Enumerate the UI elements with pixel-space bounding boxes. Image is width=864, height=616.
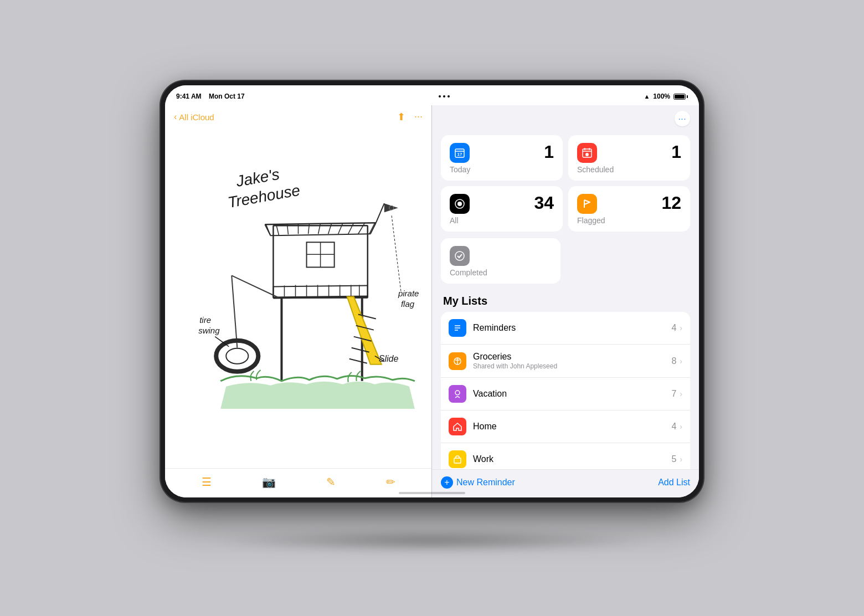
my-lists-section: My Lists Reminders — [432, 290, 699, 469]
work-list-chevron: › — [680, 455, 682, 464]
list-item-reminders[interactable]: Reminders 4 › — [441, 312, 690, 345]
reminders-toolbar: ··· — [432, 105, 699, 131]
battery-percent: 100% — [653, 93, 670, 100]
back-button[interactable]: ‹ All iCloud — [174, 112, 214, 122]
scheduled-label: Scheduled — [577, 165, 681, 174]
svg-text:17: 17 — [457, 152, 462, 157]
all-count: 34 — [534, 194, 554, 212]
status-date: Mon Oct 17 — [209, 93, 245, 100]
wifi-icon: ▲ — [644, 93, 650, 100]
groceries-list-name: Groceries — [473, 352, 671, 362]
smart-card-completed[interactable]: Completed — [441, 238, 560, 284]
compose-icon[interactable]: ✏ — [386, 475, 395, 489]
svg-line-40 — [349, 359, 367, 363]
smart-lists-grid: 17 1 Today 1 — [432, 131, 699, 238]
home-list-name: Home — [473, 422, 671, 432]
reminders-panel: ··· 17 1 Today — [432, 105, 699, 497]
reminders-more-button[interactable]: ··· — [675, 111, 690, 126]
my-lists-title: My Lists — [441, 295, 690, 307]
list-item-work[interactable]: Work 5 › — [441, 443, 690, 469]
groceries-list-count: 8 — [671, 356, 676, 366]
add-list-button[interactable]: Add List — [658, 478, 690, 487]
pen-icon[interactable]: ✎ — [326, 475, 336, 489]
svg-text:swing: swing — [198, 326, 220, 335]
more-options-icon[interactable]: ··· — [414, 111, 423, 123]
svg-line-5 — [371, 223, 376, 234]
svg-point-65 — [457, 202, 462, 206]
svg-line-24 — [273, 285, 367, 286]
svg-line-14 — [348, 223, 354, 234]
smart-card-flagged[interactable]: 12 Flagged — [568, 186, 690, 232]
svg-line-16 — [369, 223, 375, 234]
reminders-list-chevron: › — [680, 324, 682, 332]
svg-line-50 — [376, 203, 384, 223]
status-dot-2 — [443, 95, 445, 97]
today-count: 1 — [544, 143, 554, 161]
notes-bottom-toolbar: ☰ 📷 ✎ ✏ — [165, 468, 431, 497]
svg-marker-51 — [384, 203, 398, 212]
list-item-groceries[interactable]: Groceries Shared with John Appleseed 8 › — [441, 345, 690, 378]
home-list-chevron: › — [680, 422, 682, 431]
vacation-list-count: 7 — [671, 389, 676, 399]
smart-card-all[interactable]: 34 All — [441, 186, 563, 232]
smart-card-scheduled[interactable]: 1 Scheduled — [568, 135, 690, 181]
status-center-dots — [439, 95, 450, 97]
work-list-count: 5 — [671, 454, 676, 464]
ipad-frame: 9:41 AM Mon Oct 17 ▲ 100% — [161, 81, 703, 502]
status-bar: 9:41 AM Mon Oct 17 ▲ 100% — [165, 85, 699, 105]
status-time-date: 9:41 AM Mon Oct 17 — [176, 93, 245, 100]
share-icon[interactable]: ⬆ — [397, 111, 405, 123]
notes-toolbar: ‹ All iCloud ⬆ ··· — [165, 105, 431, 127]
smart-card-today[interactable]: 17 1 Today — [441, 135, 563, 181]
today-label: Today — [450, 165, 554, 174]
svg-text:Slide: Slide — [379, 353, 399, 363]
all-icon — [450, 194, 470, 214]
svg-line-17 — [270, 234, 370, 235]
list-item-home[interactable]: Home 4 › — [441, 410, 690, 443]
status-right: ▲ 100% — [644, 93, 688, 100]
completed-row: Completed — [432, 238, 699, 290]
battery-icon — [673, 94, 688, 100]
back-label: All iCloud — [179, 112, 214, 122]
camera-icon[interactable]: 📷 — [262, 475, 276, 489]
vacation-list-chevron: › — [680, 389, 682, 398]
svg-line-55 — [392, 214, 401, 291]
work-list-name: Work — [473, 454, 671, 464]
sketch-area: Jake's Treehouse — [165, 127, 431, 468]
reminders-list-name: Reminders — [473, 323, 671, 333]
list-item-vacation[interactable]: Vacation 7 › — [441, 378, 690, 410]
notes-panel: ‹ All iCloud ⬆ ··· Jake's Tre — [165, 105, 432, 497]
svg-rect-74 — [454, 458, 461, 463]
svg-line-6 — [266, 224, 270, 235]
today-icon: 17 — [450, 143, 470, 163]
new-reminder-plus-icon: + — [441, 476, 453, 489]
content-area: ‹ All iCloud ⬆ ··· Jake's Tre — [165, 105, 699, 497]
status-dot-3 — [448, 95, 450, 97]
treehouse-sketch: Jake's Treehouse — [165, 127, 431, 468]
status-time: 9:41 AM — [176, 93, 202, 100]
flagged-count: 12 — [661, 194, 681, 212]
reminders-bottom-bar: + New Reminder Add List — [432, 469, 699, 497]
svg-point-63 — [585, 153, 589, 156]
svg-line-44 — [232, 275, 237, 347]
groceries-list-icon — [449, 352, 466, 370]
svg-point-73 — [455, 391, 460, 395]
svg-text:tire: tire — [199, 315, 211, 325]
back-chevron-icon: ‹ — [174, 112, 177, 122]
new-reminder-label: New Reminder — [456, 478, 515, 487]
groceries-list-subtitle: Shared with John Appleseed — [473, 362, 671, 370]
new-reminder-button[interactable]: + New Reminder — [441, 476, 515, 489]
flagged-label: Flagged — [577, 216, 681, 225]
scene: 9:41 AM Mon Oct 17 ▲ 100% — [127, 81, 737, 535]
scheduled-count: 1 — [671, 143, 681, 161]
svg-text:flag: flag — [401, 299, 415, 309]
status-dot-1 — [439, 95, 441, 97]
home-list-icon — [449, 418, 466, 435]
all-label: All — [450, 216, 554, 225]
work-list-icon — [449, 450, 466, 468]
notes-actions: ⬆ ··· — [397, 111, 423, 123]
checklist-icon[interactable]: ☰ — [202, 475, 212, 489]
home-indicator — [399, 492, 465, 494]
reminders-list-count: 4 — [671, 323, 676, 333]
reminders-list-icon — [449, 319, 466, 337]
